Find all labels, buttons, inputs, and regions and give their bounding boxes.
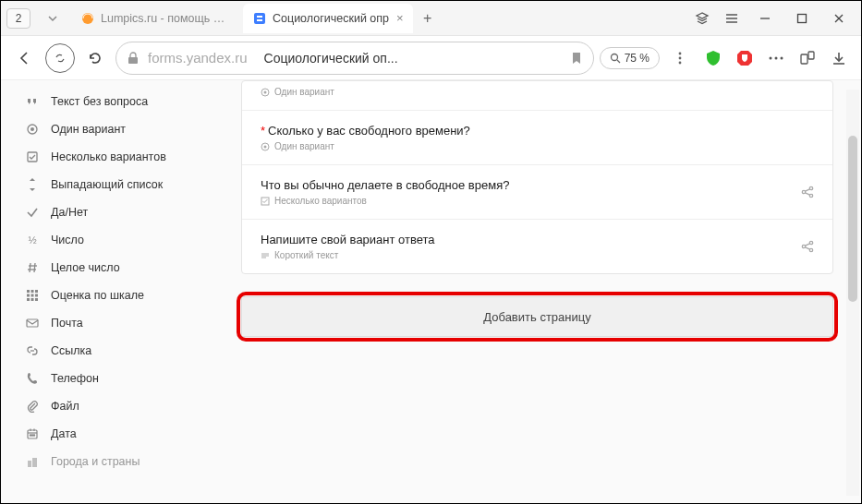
svg-point-16 [679,61,682,64]
svg-rect-32 [35,290,38,293]
share-icon[interactable] [801,240,814,253]
protect-shield-icon[interactable] [700,45,726,71]
calendar-icon [25,426,40,441]
svg-point-15 [679,56,682,59]
svg-rect-11 [128,57,138,64]
sidebar-item-label: Выпадающий список [51,178,163,191]
svg-point-57 [809,194,812,197]
sidebar-item-label: Ссылка [51,344,91,357]
browser-home-button[interactable] [45,43,75,73]
sidebar-item-email[interactable]: Почта [1,309,232,337]
reload-button[interactable] [80,43,110,73]
svg-rect-38 [35,298,38,301]
phone-icon [25,371,40,386]
svg-rect-49 [32,458,37,467]
form-main-area: Один вариант *Сколько у вас свободного в… [232,80,861,504]
link-icon [25,343,40,358]
sidebar-item-date[interactable]: Дата [1,420,232,448]
extensions-icon[interactable] [795,45,820,71]
question-meta-label: Один вариант [274,87,334,97]
svg-point-24 [30,127,34,131]
back-button[interactable] [10,43,40,73]
svg-rect-3 [257,19,262,21]
svg-rect-2 [257,16,262,18]
svg-line-58 [806,189,810,191]
page-content: Текст без вопроса Один вариант Несколько… [1,80,861,504]
attachment-icon [25,399,40,414]
question-block-0[interactable]: Один вариант [242,81,832,111]
svg-point-18 [775,56,778,59]
tab-1-title: Lumpics.ru - помощь с ко [101,12,230,25]
svg-rect-30 [27,290,30,293]
window-minimize-button[interactable] [748,6,782,31]
browser-menu-button[interactable] [719,6,745,31]
svg-point-63 [809,241,812,244]
kebab-menu-button[interactable] [665,43,695,73]
downloads-icon[interactable] [826,45,852,71]
svg-point-46 [31,435,32,436]
more-icon[interactable] [763,45,789,71]
svg-line-66 [806,244,810,246]
sidebar-item-number[interactable]: ½ Число [1,226,232,254]
svg-rect-25 [28,152,37,162]
tabs-dropdown[interactable] [38,4,67,33]
window-maximize-button[interactable] [785,6,819,31]
add-page-button[interactable]: Добавить страницу [241,296,833,337]
radio-icon [25,122,40,137]
required-mark: * [261,124,265,138]
sidebar-item-integer[interactable]: Целое число [1,254,232,282]
share-icon[interactable] [801,186,814,198]
zoom-indicator[interactable]: 75 % [600,47,660,69]
url-domain: forms.yandex.ru [148,50,248,66]
bookmark-icon[interactable] [571,52,582,65]
sidebar-item-file[interactable]: Файл [1,392,232,420]
sidebar-item-label: Оценка по шкале [51,289,144,302]
tab-close-icon[interactable]: × [396,11,404,25]
svg-point-53 [264,145,267,148]
sidebar-item-multi-choice[interactable]: Несколько вариантов [1,143,232,171]
sidebar-item-scale[interactable]: Оценка по шкале [1,282,232,309]
svg-point-55 [809,186,812,189]
window-close-button[interactable] [822,6,856,31]
svg-rect-1 [254,13,265,24]
sidebar-item-cities[interactable]: Города и страны [1,448,232,475]
browser-tab-2[interactable]: Социологический опр × [243,4,413,33]
tab-counter[interactable]: 2 [6,8,30,29]
svg-line-28 [30,263,30,272]
question-block-3[interactable]: Напишите свой вариант ответа Короткий те… [242,220,832,273]
short-text-icon [261,251,270,260]
question-block-2[interactable]: Что вы обычно делаете в свободное время?… [242,165,832,220]
sidebar-item-label: Несколько вариантов [51,150,166,163]
sidebar-item-dropdown[interactable]: Выпадающий список [1,171,232,198]
svg-line-67 [806,247,810,249]
svg-point-45 [30,435,30,436]
sidebar-item-phone[interactable]: Телефон [1,365,232,392]
svg-rect-20 [801,54,807,64]
mail-icon [25,316,40,330]
adblock-icon[interactable] [732,45,758,71]
new-tab-button[interactable]: + [417,7,439,30]
question-block-1[interactable]: *Сколько у вас свободного времени? Один … [242,111,832,165]
sidebar-item-single-choice[interactable]: Один вариант [1,115,232,143]
svg-rect-37 [31,298,34,301]
sidebar-item-link[interactable]: Ссылка [1,337,232,365]
sidebar-item-label: Целое число [51,261,120,274]
sidebar-item-label: Города и страны [51,455,140,468]
sidebar-item-text-no-question[interactable]: Текст без вопроса [1,88,232,115]
lock-icon [127,52,139,65]
svg-point-12 [611,54,617,60]
scrollbar-thumb[interactable] [848,136,857,302]
checkbox-icon [25,150,40,164]
hash-icon [25,260,40,275]
zoom-value: 75 % [625,52,650,65]
fraction-icon: ½ [25,233,40,247]
svg-rect-34 [31,294,34,297]
vertical-scrollbar[interactable] [846,90,859,496]
url-bar[interactable]: forms.yandex.ru Социологический оп... [115,42,594,75]
browser-tab-1[interactable]: Lumpics.ru - помощь с ко [71,4,239,33]
form-card: Один вариант *Сколько у вас свободного в… [241,80,833,274]
library-button[interactable] [689,6,715,31]
sidebar-item-yesno[interactable]: Да/Нет [1,198,232,226]
question-meta-label: Один вариант [274,141,334,151]
forms-favicon-icon [252,11,267,26]
